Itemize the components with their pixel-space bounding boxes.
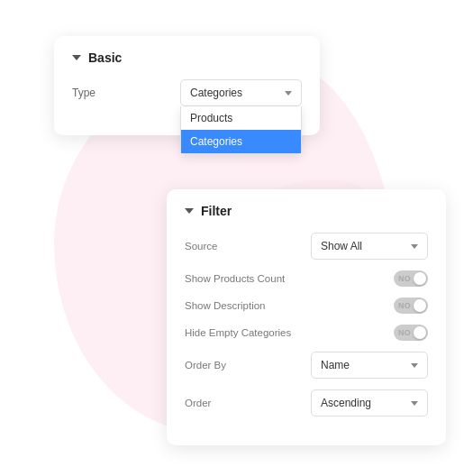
type-label: Type [72, 87, 180, 99]
filter-section-header: Filter [185, 204, 428, 218]
source-arrow-icon [411, 244, 418, 249]
order-by-select-wrap: Name [311, 352, 428, 379]
hide-empty-toggle-container: NO [311, 325, 428, 341]
toggle-no-label-3: NO [398, 328, 411, 337]
show-products-toggle-container: NO [311, 270, 428, 287]
show-products-count-toggle[interactable]: NO [394, 270, 428, 287]
order-by-value: Name [321, 359, 350, 371]
type-dropdown-list: Products Categories [180, 106, 302, 154]
type-row: Type Categories Products Categories [72, 79, 302, 106]
filter-card: Filter Source Show All Show Products Cou… [167, 189, 446, 445]
hide-empty-toggle-wrap: NO [311, 325, 428, 341]
toggle-knob-1 [414, 272, 426, 285]
order-select[interactable]: Ascending [311, 389, 428, 416]
source-value: Show All [321, 240, 362, 252]
show-description-toggle[interactable]: NO [394, 298, 428, 314]
hide-empty-categories-toggle[interactable]: NO [394, 325, 428, 341]
show-description-row: Show Description NO [185, 298, 428, 314]
order-arrow-icon [411, 401, 418, 406]
order-value: Ascending [321, 397, 371, 409]
dropdown-item-products[interactable]: Products [181, 106, 301, 130]
dropdown-item-categories[interactable]: Categories [181, 130, 301, 153]
toggle-no-label-2: NO [398, 301, 411, 310]
filter-title: Filter [201, 204, 232, 218]
order-row: Order Ascending [185, 389, 428, 416]
order-select-wrap: Ascending [311, 389, 428, 416]
type-select-wrap: Categories Products Categories [180, 79, 302, 106]
show-description-toggle-container: NO [311, 298, 428, 314]
order-by-arrow-icon [411, 363, 418, 368]
basic-section-header: Basic [72, 50, 302, 65]
source-select-wrap: Show All [311, 233, 428, 260]
show-description-toggle-wrap: NO [311, 298, 428, 314]
show-products-count-label: Show Products Count [185, 273, 311, 284]
order-by-row: Order By Name [185, 352, 428, 379]
type-select-arrow-icon [285, 91, 292, 96]
basic-title: Basic [88, 50, 122, 65]
source-row: Source Show All [185, 233, 428, 260]
filter-chevron-icon [185, 208, 194, 214]
basic-card: Basic Type Categories Products Categorie… [54, 36, 320, 135]
show-products-count-row: Show Products Count NO [185, 270, 428, 287]
order-label: Order [185, 398, 311, 408]
order-by-select[interactable]: Name [311, 352, 428, 379]
basic-chevron-icon [72, 55, 81, 60]
toggle-no-label-1: NO [398, 274, 411, 283]
toggle-knob-2 [414, 299, 426, 312]
hide-empty-categories-row: Hide Empty Categories NO [185, 325, 428, 341]
order-by-label: Order By [185, 360, 311, 371]
source-label: Source [185, 241, 311, 252]
type-selected-value: Categories [190, 87, 242, 99]
toggle-knob-3 [414, 326, 426, 339]
type-select[interactable]: Categories [180, 79, 302, 106]
show-description-label: Show Description [185, 300, 311, 311]
source-select[interactable]: Show All [311, 233, 428, 260]
hide-empty-categories-label: Hide Empty Categories [185, 327, 311, 338]
show-products-count-toggle-wrap: NO [311, 270, 428, 287]
